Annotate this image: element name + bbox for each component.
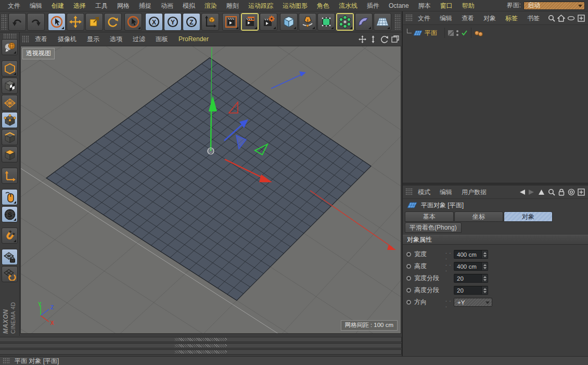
vp-menu-cameras[interactable]: 摄像机 bbox=[53, 33, 82, 45]
sidebar-grip[interactable] bbox=[3, 33, 17, 39]
y-axis-lock-button[interactable]: Y bbox=[164, 13, 182, 31]
timeline-splitter-3[interactable] bbox=[0, 349, 402, 355]
scale-tool[interactable] bbox=[85, 13, 103, 31]
model-mode-button[interactable] bbox=[2, 60, 18, 77]
menu-render[interactable]: 渲染 bbox=[200, 0, 222, 11]
om-menu-edit[interactable]: 编辑 bbox=[435, 12, 457, 24]
viewport-grip[interactable] bbox=[22, 35, 30, 43]
keyframe-circle[interactable] bbox=[406, 252, 411, 257]
toolbar-grip[interactable] bbox=[1, 14, 7, 30]
toolbar-end-grip[interactable] bbox=[394, 14, 401, 30]
am-back-button[interactable] bbox=[517, 188, 526, 196]
menu-octane[interactable]: Octane bbox=[384, 0, 414, 11]
phong-tag-icon[interactable] bbox=[478, 32, 483, 36]
x-axis-lock-button[interactable]: X bbox=[145, 13, 163, 31]
menu-edit[interactable]: 编辑 bbox=[25, 0, 47, 11]
menu-mesh[interactable]: 网格 bbox=[112, 0, 134, 11]
live-selection-tool[interactable] bbox=[48, 13, 66, 31]
object-tags[interactable] bbox=[475, 30, 483, 36]
am-track-button[interactable] bbox=[567, 188, 576, 196]
object-name[interactable]: 平面 bbox=[425, 29, 437, 37]
am-search-button[interactable] bbox=[547, 188, 556, 196]
tab-basic[interactable]: 基本 bbox=[405, 211, 454, 222]
om-search-button[interactable] bbox=[547, 14, 556, 22]
am-forward-button[interactable] bbox=[527, 188, 536, 196]
menu-window[interactable]: 窗口 bbox=[436, 0, 457, 11]
add-floor-button[interactable] bbox=[374, 13, 391, 31]
stepper-arrows[interactable] bbox=[481, 286, 488, 294]
om-menu-objects[interactable]: 对象 bbox=[479, 12, 501, 24]
points-mode-button[interactable] bbox=[2, 112, 18, 128]
vp-menu-prorender[interactable]: ProRender bbox=[173, 33, 214, 45]
keyframe-circle[interactable] bbox=[406, 264, 411, 269]
last-used-tool[interactable] bbox=[124, 13, 142, 31]
add-spline-pen-button[interactable] bbox=[299, 13, 316, 31]
make-editable-button[interactable] bbox=[2, 39, 18, 55]
am-menu-mode[interactable]: 模式 bbox=[413, 186, 435, 198]
om-home-button[interactable] bbox=[557, 14, 566, 22]
texture-mode-button[interactable] bbox=[2, 78, 18, 94]
menu-snap[interactable]: 捕捉 bbox=[134, 0, 156, 11]
add-subdivision-surface-button[interactable] bbox=[317, 13, 335, 31]
splitter-grip[interactable] bbox=[175, 338, 227, 341]
object-manager-grip[interactable] bbox=[405, 14, 413, 22]
lock-workplane-button[interactable] bbox=[2, 249, 18, 265]
menu-file[interactable]: 文件 bbox=[3, 0, 25, 11]
tab-phong-shading[interactable]: 平滑着色(Phong) bbox=[405, 222, 462, 233]
vp-menu-view[interactable]: 查看 bbox=[30, 33, 53, 45]
height-input[interactable]: 400 cm bbox=[454, 262, 488, 271]
am-menu-userdata[interactable]: 用户数据 bbox=[457, 186, 491, 198]
vp-menu-filter[interactable]: 过滤 bbox=[127, 33, 150, 45]
width-segments-input[interactable]: 20 bbox=[454, 274, 488, 283]
edges-mode-button[interactable] bbox=[2, 129, 18, 145]
camera-pan-button[interactable] bbox=[357, 35, 367, 43]
menu-pipeline[interactable]: 流水线 bbox=[334, 0, 362, 11]
tab-object[interactable]: 对象 bbox=[504, 211, 553, 222]
undo-button[interactable] bbox=[8, 13, 26, 31]
tab-coordinates[interactable]: 坐标 bbox=[454, 211, 503, 222]
menu-character[interactable]: 角色 bbox=[312, 0, 334, 11]
layer-toggle[interactable] bbox=[448, 30, 454, 36]
rotate-tool[interactable] bbox=[104, 13, 122, 31]
am-lock-button[interactable] bbox=[557, 188, 566, 196]
coordinate-system-button[interactable] bbox=[201, 13, 219, 31]
menu-mograph[interactable]: 运动图形 bbox=[278, 0, 312, 11]
workplane-mode-button[interactable] bbox=[2, 95, 18, 111]
move-tool[interactable] bbox=[67, 13, 84, 31]
enabled-check-icon[interactable] bbox=[461, 30, 468, 36]
orientation-dropdown[interactable]: +Y bbox=[454, 298, 492, 307]
snap-magnet-button[interactable] bbox=[2, 228, 18, 244]
menu-plugins[interactable]: 插件 bbox=[362, 0, 384, 11]
add-environment-button[interactable] bbox=[355, 13, 373, 31]
viewport-solo-button[interactable] bbox=[2, 189, 18, 205]
interface-layout-dropdown[interactable]: 启动 bbox=[523, 2, 585, 10]
splitter-grip[interactable] bbox=[175, 344, 227, 347]
render-view-button[interactable] bbox=[222, 13, 240, 31]
stepper-arrows[interactable] bbox=[481, 250, 488, 258]
width-input[interactable]: 400 cm bbox=[454, 250, 488, 259]
render-settings-button[interactable] bbox=[260, 13, 277, 31]
keyframe-circle[interactable] bbox=[406, 276, 411, 281]
splitter-grip[interactable] bbox=[175, 350, 227, 354]
enable-axis-button[interactable] bbox=[2, 168, 18, 184]
keyframe-circle[interactable] bbox=[406, 300, 411, 305]
add-cube-primitive-button[interactable] bbox=[280, 13, 298, 31]
object-row-plane[interactable]: 平面 bbox=[403, 28, 588, 38]
menu-script[interactable]: 脚本 bbox=[414, 0, 436, 11]
timeline-splitter-1[interactable] bbox=[0, 337, 402, 342]
stepper-arrows[interactable] bbox=[481, 274, 488, 282]
polygons-mode-button[interactable] bbox=[2, 146, 18, 162]
keyframe-circle[interactable] bbox=[406, 288, 411, 293]
render-to-picture-viewer-button[interactable] bbox=[241, 13, 259, 31]
menu-motion-tracker[interactable]: 运动跟踪 bbox=[244, 0, 278, 11]
menu-sculpt[interactable]: 雕刻 bbox=[222, 0, 244, 11]
am-up-button[interactable] bbox=[537, 188, 546, 196]
menu-help[interactable]: 帮助 bbox=[457, 0, 479, 11]
stepper-arrows[interactable] bbox=[481, 262, 488, 270]
add-deformer-button[interactable] bbox=[336, 13, 354, 31]
menu-create[interactable]: 创建 bbox=[47, 0, 69, 11]
snap-settings-button[interactable]: S bbox=[2, 206, 18, 222]
redo-button[interactable] bbox=[27, 13, 45, 31]
om-menu-file[interactable]: 文件 bbox=[413, 12, 435, 24]
am-menu-edit[interactable]: 编辑 bbox=[435, 186, 457, 198]
